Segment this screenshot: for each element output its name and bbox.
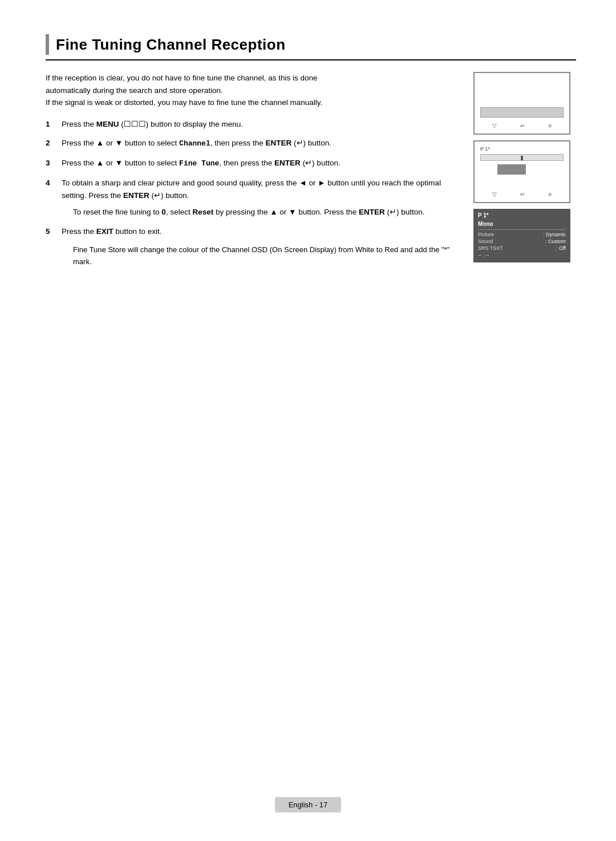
osd-sound-row: Sound : Custom	[478, 238, 566, 244]
tv-screen-3: P 1* Mono Picture : Dynamic Sound : Cust…	[473, 209, 570, 262]
step-3: 3 Press the ▲ or ▼ button to select Fine…	[46, 157, 462, 170]
step-4-number: 4	[46, 177, 62, 189]
osd-divider	[478, 229, 566, 230]
screen1-icon-menu: ≡	[548, 123, 552, 129]
left-column: If the reception is clear, you do not ha…	[46, 72, 462, 268]
screen1-icons: ▽ ↵ ≡	[480, 123, 564, 129]
tv-screen-1: ▽ ↵ ≡	[473, 72, 570, 135]
osd-channel: P 1*	[478, 212, 566, 219]
screen1-icon-down: ▽	[492, 123, 497, 129]
screen2-icon-down: ▽	[492, 191, 497, 197]
osd-srs-row: SRS TSXT : Off	[478, 245, 566, 251]
osd-srs-label: SRS TSXT	[478, 245, 503, 251]
intro-line1: If the reception is clear, you do not ha…	[46, 74, 318, 82]
osd-picture-value: : Dynamic	[543, 232, 566, 237]
step-5-number: 5	[46, 225, 62, 238]
intro-text: If the reception is clear, you do not ha…	[46, 72, 462, 109]
right-column: ▽ ↵ ≡ P 1* ▽ ↵ ≡ P 1*	[473, 72, 576, 268]
osd-sound-value: : Custom	[545, 238, 566, 244]
footer-badge: English - 17	[275, 797, 342, 812]
screen2-channel: P 1*	[480, 146, 490, 152]
osd-dash: -- : --	[478, 252, 489, 258]
osd-dash-row: -- : --	[478, 252, 566, 258]
footer: English - 17	[0, 797, 616, 812]
osd-srs-value: : Off	[556, 245, 566, 251]
step-1-content: Press the MENU (☐☐☐) button to display t…	[62, 118, 462, 131]
menu-bar	[480, 107, 564, 118]
step-5: 5 Press the EXIT button to exit.	[46, 225, 462, 238]
osd-mono: Mono	[478, 221, 566, 227]
screen2-icon-enter: ↵	[520, 191, 525, 197]
page-title: Fine Tuning Channel Reception	[56, 36, 286, 54]
step-3-number: 3	[46, 157, 62, 169]
osd-sound-label: Sound	[478, 238, 493, 244]
screen2-icon-menu: ≡	[548, 191, 552, 197]
tune-bar-inner	[521, 156, 523, 160]
title-bar-decoration	[46, 34, 49, 55]
main-content: If the reception is clear, you do not ha…	[46, 72, 576, 268]
step-2-number: 2	[46, 137, 62, 149]
step-4: 4 To obtain a sharp and clear picture an…	[46, 177, 462, 219]
step-3-content: Press the ▲ or ▼ button to select Fine T…	[62, 157, 462, 170]
step-1-number: 1	[46, 118, 62, 131]
screen2-icons: ▽ ↵ ≡	[480, 191, 564, 197]
page-container: Fine Tuning Channel Reception If the rec…	[0, 0, 616, 841]
note-text: Fine Tune Store will change the colour o…	[73, 244, 462, 268]
tune-bar-outer	[480, 154, 564, 161]
step-5-content: Press the EXIT button to exit.	[62, 225, 462, 238]
step-2: 2 Press the ▲ or ▼ button to select Chan…	[46, 137, 462, 150]
step-2-content: Press the ▲ or ▼ button to select Channe…	[62, 137, 462, 150]
osd-picture-label: Picture	[478, 232, 494, 237]
step-1: 1 Press the MENU (☐☐☐) button to display…	[46, 118, 462, 131]
fine-tune-box	[497, 164, 526, 175]
tv-screen-2: P 1* ▽ ↵ ≡	[473, 140, 570, 203]
intro-line2: automatically during the search and stor…	[46, 86, 223, 95]
step-4-content: To obtain a sharp and clear picture and …	[62, 177, 462, 219]
step-4-sub: To reset the fine tuning to 0, select Re…	[73, 206, 462, 219]
title-section: Fine Tuning Channel Reception	[46, 34, 576, 60]
screen1-icon-enter: ↵	[520, 123, 525, 129]
steps-list: 1 Press the MENU (☐☐☐) button to display…	[46, 118, 462, 238]
osd-picture-row: Picture : Dynamic	[478, 232, 566, 237]
intro-line3: If the signal is weak or distorted, you …	[46, 98, 322, 107]
